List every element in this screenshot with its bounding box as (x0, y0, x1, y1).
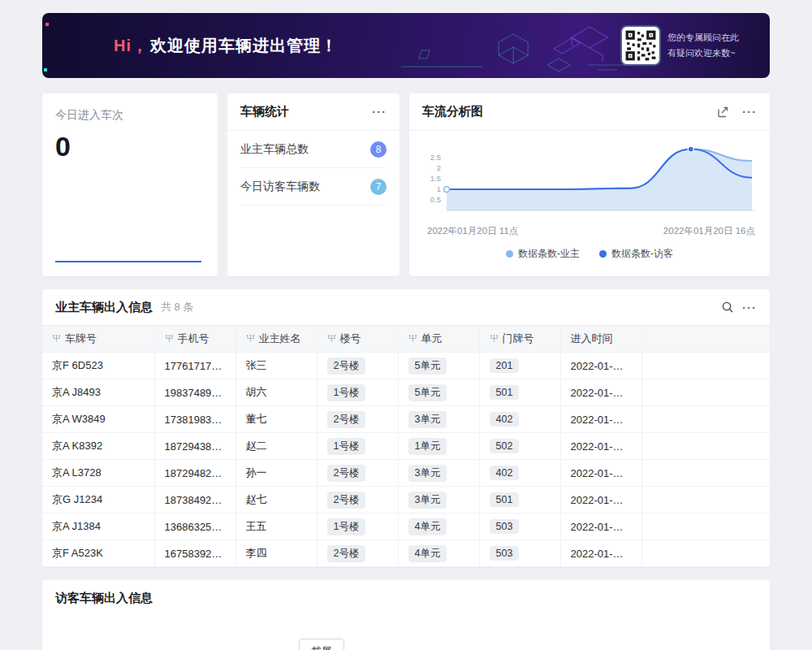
tag-pill: 5单元 (408, 384, 447, 401)
chart-legend: 数据条数-业主数据条数-访客 (422, 247, 757, 261)
column-header-inner: 业主姓名 (246, 332, 307, 346)
cell-phone: 16758392… (154, 540, 235, 567)
cell-blank (641, 433, 770, 460)
table-row[interactable]: 京F 6D52317761717…张三2号楼5单元2012022-01-… (42, 353, 770, 379)
cell-phone: 18729482… (154, 460, 235, 487)
cell-owner-name: 张三 (235, 353, 317, 379)
tag-pill: 402 (490, 466, 520, 480)
cell-phone: 13686325… (154, 514, 235, 540)
svg-text:0.5: 0.5 (430, 195, 441, 204)
field-icon (408, 333, 417, 345)
traffic-line-chart[interactable]: 0.511.522.5 (422, 139, 757, 223)
table-row[interactable]: 京A L372818729482…孙一2号楼3单元4022022-01-… (42, 460, 770, 487)
cell-unit: 5单元 (398, 379, 479, 406)
cell-phone: 18738492… (154, 487, 235, 514)
owner-table-card: 业主车辆出入信息 共 8 条 ··· 车牌号手机号业主姓名楼号单元门牌号进入时间… (42, 289, 770, 567)
cell-door: 501 (479, 487, 560, 514)
tag-pill: 2号楼 (327, 411, 366, 428)
legend-item[interactable]: 数据条数-访客 (599, 247, 673, 261)
cell-enter-time: 2022-01-… (560, 460, 641, 487)
table-header-row: 车牌号手机号业主姓名楼号单元门牌号进入时间 (42, 326, 770, 353)
cell-enter-time: 2022-01-… (560, 353, 641, 379)
tag-pill: 402 (490, 412, 520, 427)
cell-building: 2号楼 (317, 460, 398, 487)
cell-plate: 京A K8392 (42, 433, 154, 460)
table-row[interactable]: 京F A523K16758392…李四2号楼4单元5032022-01-… (42, 540, 770, 567)
table-row[interactable]: 京A J849319837489…胡六1号楼5单元5012022-01-… (42, 379, 770, 406)
summary-cards-row: 今日进入车次 0 车辆统计 ··· 业主车辆总数8今日访客车辆数7 车流分析图 … (42, 93, 770, 276)
external-link-icon[interactable] (717, 106, 729, 118)
tag-pill: 2号楼 (327, 358, 366, 375)
tag-pill: 4单元 (408, 518, 447, 535)
chart-x-axis: 2022年01月20日 11点 2022年01月20日 16点 (422, 223, 757, 237)
cell-blank (641, 514, 770, 540)
banner-title: Hi，欢迎使用车辆进出管理！ (114, 35, 338, 57)
cell-building: 2号楼 (317, 487, 398, 514)
cell-owner-name: 李四 (235, 540, 317, 567)
owner-table: 车牌号手机号业主姓名楼号单元门牌号进入时间 京F 6D52317761717…张… (42, 325, 770, 567)
column-header-inner: 进入时间 (571, 332, 632, 346)
vehicle-stats-header: 车辆统计 ··· (227, 93, 400, 131)
tag-pill: 2号楼 (327, 545, 366, 562)
cell-door: 502 (479, 433, 560, 460)
cell-blank (641, 379, 770, 406)
qr-caption-line1: 您的专属顾问在此 (667, 30, 739, 46)
cell-building: 1号楼 (317, 514, 398, 540)
visitor-table-card: 访客车辆出入信息 截屏 (42, 580, 770, 650)
tag-pill: 503 (490, 519, 520, 534)
x-tick-end: 2022年01月20日 16点 (663, 225, 755, 237)
today-entry-value: 0 (55, 131, 205, 162)
qr-caption-line2: 有疑问欢迎来数~ (667, 46, 739, 61)
cell-unit: 3单元 (398, 406, 479, 433)
cell-blank (641, 406, 770, 433)
vehicle-stat-label: 今日访客车辆数 (240, 180, 320, 194)
cell-plate: 京F 6D523 (42, 353, 154, 379)
column-header-enter-time[interactable]: 进入时间 (560, 326, 641, 353)
field-icon (246, 333, 255, 345)
owner-table-count: 共 8 条 (161, 300, 193, 314)
table-row[interactable]: 京A K839218729438…赵二1号楼1单元5022022-01-… (42, 433, 770, 460)
column-header-building[interactable]: 楼号 (317, 326, 398, 353)
cell-owner-name: 孙一 (235, 460, 317, 487)
legend-item[interactable]: 数据条数-业主 (506, 247, 580, 261)
column-header-owner-name[interactable]: 业主姓名 (235, 326, 317, 353)
column-header-plate[interactable]: 车牌号 (42, 326, 154, 353)
vehicle-stat-row: 今日访客车辆数7 (240, 168, 387, 206)
cell-owner-name: 赵二 (235, 433, 317, 460)
traffic-chart-card: 车流分析图 ··· 0.511.522.5 2022年01月20日 11点 20… (409, 93, 770, 276)
tag-pill: 3单元 (408, 465, 447, 482)
cell-unit: 5单元 (398, 353, 479, 379)
cell-plate: 京A J8493 (42, 379, 154, 406)
legend-label: 数据条数-业主 (518, 247, 580, 261)
more-icon[interactable]: ··· (742, 106, 757, 118)
tag-pill: 501 (490, 385, 520, 400)
more-icon[interactable]: ··· (372, 106, 387, 118)
partial-button[interactable]: 截屏 (299, 639, 344, 650)
tag-pill: 503 (490, 546, 520, 561)
cell-building: 1号楼 (317, 433, 398, 460)
tag-pill: 2号楼 (327, 465, 366, 482)
tag-pill: 4单元 (408, 545, 447, 562)
column-header-unit[interactable]: 单元 (398, 326, 479, 353)
table-row[interactable]: 京G J123418738492…赵七2号楼3单元5012022-01-… (42, 487, 770, 514)
tag-pill: 201 (490, 358, 520, 373)
cell-unit: 1单元 (398, 433, 479, 460)
field-branch-icon (490, 334, 499, 343)
more-icon[interactable]: ··· (742, 301, 757, 314)
column-header-door[interactable]: 门牌号 (479, 326, 560, 353)
tag-pill: 3单元 (408, 492, 447, 509)
column-header-phone[interactable]: 手机号 (154, 326, 235, 353)
column-header-inner: 楼号 (327, 332, 388, 346)
cell-building: 2号楼 (317, 353, 398, 379)
cell-enter-time: 2022-01-… (560, 540, 641, 567)
tag-pill: 3单元 (408, 411, 447, 428)
tag-pill: 1单元 (408, 438, 447, 455)
today-entry-title: 今日进入车次 (55, 108, 205, 123)
cell-owner-name: 赵七 (235, 487, 317, 514)
welcome-banner: Hi，欢迎使用车辆进出管理！ (42, 13, 770, 78)
cell-plate: 京G J1234 (42, 487, 154, 514)
search-icon[interactable] (721, 301, 734, 314)
cell-plate: 京F A523K (42, 540, 154, 567)
table-row[interactable]: 京A W384917381983…董七2号楼3单元4022022-01-… (42, 406, 770, 433)
table-row[interactable]: 京A J138413686325…王五1号楼4单元5032022-01-… (42, 514, 770, 540)
